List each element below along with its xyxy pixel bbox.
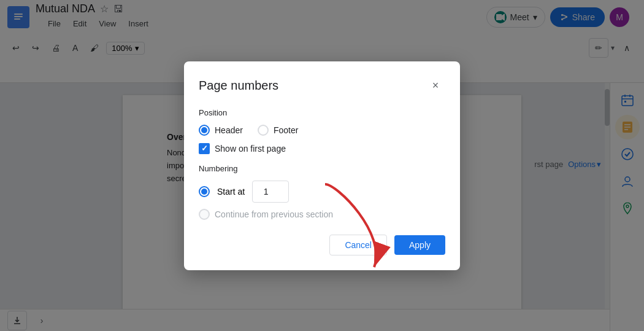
start-at-label: Start at [217,187,245,197]
modal-title: Page numbers [199,79,278,93]
show-first-page-label: Show on first page [215,144,286,154]
start-at-radio[interactable] [199,186,210,197]
show-first-page-checkbox-item[interactable]: ✓ Show on first page [199,143,445,154]
cancel-button[interactable]: Cancel [329,235,387,255]
footer-label: Footer [274,125,298,135]
close-button[interactable]: × [426,76,445,96]
header-radio[interactable] [199,125,210,136]
checkmark-icon: ✓ [201,144,208,153]
numbering-label: Numbering [199,164,445,173]
continue-row: Continue from previous section [199,209,445,220]
position-radio-group: Header Footer [199,125,445,136]
footer-radio-item[interactable]: Footer [258,125,298,136]
modal-footer: Cancel Apply [199,235,445,255]
position-label: Position [199,108,445,117]
modal-header: Page numbers × [199,76,445,96]
start-at-row: Start at [199,181,445,203]
start-at-input[interactable] [252,181,289,203]
page-numbers-modal: Page numbers × Position Header Footer ✓ … [184,61,460,270]
header-label: Header [215,125,243,135]
show-first-page-checkbox[interactable]: ✓ [199,143,210,154]
numbering-section: Numbering Start at Continue from previou… [199,164,445,220]
close-icon: × [432,79,439,92]
apply-button[interactable]: Apply [394,235,445,255]
header-radio-item[interactable]: Header [199,125,243,136]
continue-label: Continue from previous section [215,209,333,219]
footer-radio[interactable] [258,125,269,136]
position-section: Position Header Footer ✓ Show on first p… [199,108,445,154]
continue-radio[interactable] [199,209,210,220]
